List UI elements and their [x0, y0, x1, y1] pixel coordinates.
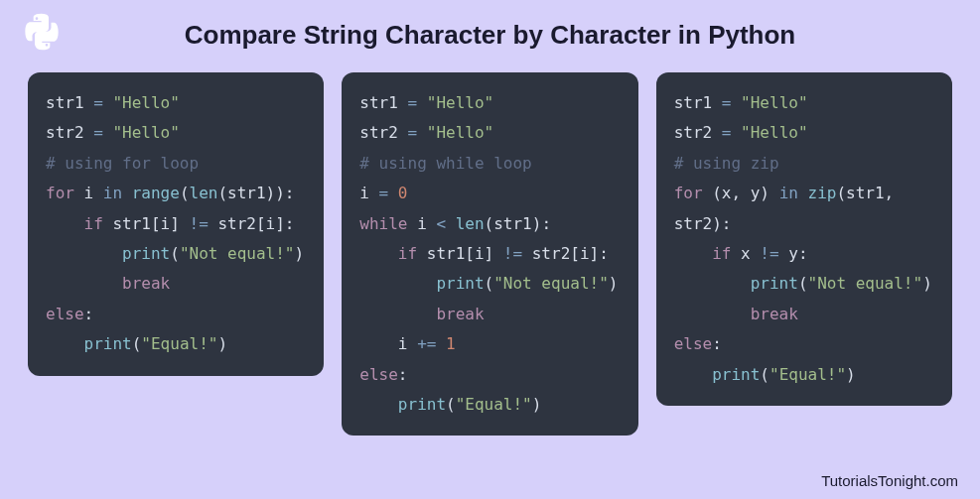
code-block: str1 = "Hello" str2 = "Hello" # using zi… — [674, 88, 934, 390]
code-block: str1 = "Hello" str2 = "Hello" # using fo… — [46, 88, 306, 360]
page-title: Compare String Character by Character in… — [0, 0, 980, 51]
code-panel-zip: str1 = "Hello" str2 = "Hello" # using zi… — [656, 72, 952, 406]
code-panel-while-loop: str1 = "Hello" str2 = "Hello" # using wh… — [342, 72, 637, 436]
attribution-text: TutorialsTonight.com — [821, 472, 958, 489]
code-panel-for-loop: str1 = "Hello" str2 = "Hello" # using fo… — [28, 72, 324, 376]
code-panels-row: str1 = "Hello" str2 = "Hello" # using fo… — [0, 51, 980, 436]
code-block: str1 = "Hello" str2 = "Hello" # using wh… — [359, 88, 620, 420]
python-logo-icon — [22, 12, 62, 52]
